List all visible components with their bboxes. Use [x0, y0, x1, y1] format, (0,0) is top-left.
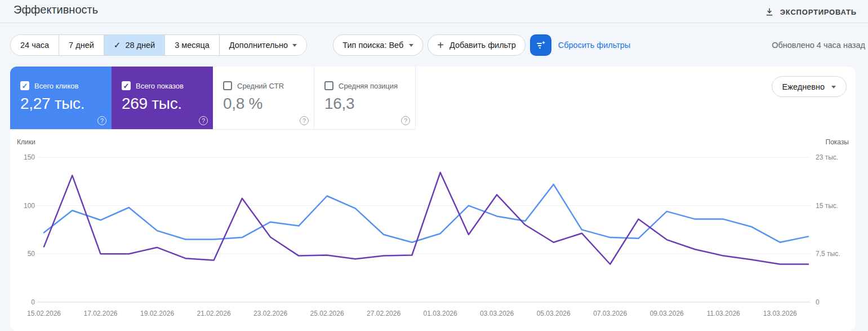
svg-text:23.02.2026: 23.02.2026 — [253, 310, 287, 317]
metric-card-total-impressions[interactable]: ✓ Всего показов 269 тыс. ? — [112, 67, 213, 130]
svg-text:Клики: Клики — [17, 138, 35, 146]
plus-icon: + — [437, 39, 444, 51]
svg-text:Показы: Показы — [826, 138, 849, 146]
help-icon[interactable]: ? — [199, 116, 208, 125]
svg-text:25.02.2026: 25.02.2026 — [310, 310, 344, 317]
header-divider — [0, 23, 868, 23]
export-button[interactable]: ЭКСПОРТИРОВАТЬ — [758, 3, 863, 20]
granularity-dropdown[interactable]: Ежедневно — [772, 76, 847, 97]
chart-area: 00507,5 тыс.10015 тыс.15023 тыс.КликиПок… — [10, 130, 856, 331]
performance-page: Эффективность ЭКСПОРТИРОВАТЬ ✓24 часа ✓7… — [0, 0, 868, 331]
metric-label: Средний CTR — [237, 82, 284, 90]
svg-text:01.03.2026: 01.03.2026 — [424, 310, 457, 317]
add-filter-label: Добавить фильтр — [449, 41, 516, 50]
chevron-down-icon — [831, 86, 836, 89]
tab-label: 28 дней — [125, 41, 155, 50]
granularity-label: Ежедневно — [782, 82, 825, 91]
metric-card-average-ctr[interactable]: Средний CTR 0,8 % ? — [213, 67, 314, 130]
svg-text:50: 50 — [28, 250, 35, 258]
updated-status: Обновлено 4 часа назад — [772, 41, 865, 50]
search-type-dropdown[interactable]: Тип поиска: Веб — [333, 34, 423, 56]
filter-settings-button[interactable] — [530, 34, 551, 56]
svg-text:07.03.2026: 07.03.2026 — [593, 310, 627, 317]
chevron-down-icon — [409, 44, 413, 47]
help-icon[interactable]: ? — [300, 116, 309, 125]
tab-7-days[interactable]: ✓7 дней — [59, 35, 104, 55]
metric-label: Всего показов — [136, 82, 184, 90]
tab-28-days[interactable]: ✓28 дней — [104, 35, 164, 55]
svg-text:13.03.2026: 13.03.2026 — [763, 310, 797, 317]
tab-24-hours[interactable]: ✓24 часа — [11, 35, 59, 55]
export-label: ЭКСПОРТИРОВАТЬ — [780, 8, 857, 16]
help-icon[interactable]: ? — [97, 116, 106, 125]
tab-label: 3 месяца — [175, 41, 210, 50]
svg-text:15 тыс.: 15 тыс. — [816, 202, 838, 210]
svg-text:05.03.2026: 05.03.2026 — [537, 310, 571, 317]
performance-panel: ✓ Всего кликов 2,27 тыс. ? ✓ Всего показ… — [10, 67, 856, 331]
tab-label: 24 часа — [20, 41, 49, 50]
metric-value: 16,3 — [324, 95, 407, 113]
metric-checkbox[interactable] — [223, 81, 232, 90]
tab-label: Дополнительно — [229, 41, 288, 50]
tab-3-months[interactable]: ✓3 месяца — [164, 35, 219, 55]
metric-value: 2,27 тыс. — [20, 95, 104, 113]
chevron-down-icon — [292, 44, 297, 47]
download-icon — [764, 7, 774, 17]
filter-toolbar: ✓24 часа ✓7 дней ✓28 дней ✓3 месяца Допо… — [10, 34, 865, 56]
search-type-label: Тип поиска: Веб — [342, 41, 403, 50]
metric-card-average-position[interactable]: Средняя позиция 16,3 ? — [314, 67, 416, 130]
svg-text:150: 150 — [24, 153, 35, 161]
metric-checkbox[interactable]: ✓ — [122, 81, 131, 90]
svg-text:21.02.2026: 21.02.2026 — [197, 310, 231, 317]
svg-text:23 тыс.: 23 тыс. — [816, 153, 838, 161]
metric-value: 0,8 % — [223, 95, 306, 113]
date-range-tabs: ✓24 часа ✓7 дней ✓28 дней ✓3 месяца Допо… — [10, 34, 307, 56]
metric-label: Всего кликов — [34, 82, 78, 90]
metric-checkbox[interactable]: ✓ — [20, 81, 29, 90]
checkmark-icon: ✓ — [114, 40, 121, 50]
svg-text:100: 100 — [24, 202, 35, 210]
metric-value: 269 тыс. — [122, 95, 205, 113]
reset-filters-link[interactable]: Сбросить фильтры — [558, 41, 631, 50]
svg-text:7,5 тыс.: 7,5 тыс. — [816, 250, 840, 258]
svg-text:17.02.2026: 17.02.2026 — [83, 310, 117, 317]
performance-chart[interactable]: 00507,5 тыс.10015 тыс.15023 тыс.КликиПок… — [10, 130, 856, 331]
add-filter-button[interactable]: + Добавить фильтр — [428, 34, 525, 56]
svg-text:0: 0 — [816, 298, 820, 306]
svg-text:0: 0 — [31, 298, 35, 306]
metric-label: Средняя позиция — [339, 82, 398, 90]
metric-card-total-clicks[interactable]: ✓ Всего кликов 2,27 тыс. ? — [10, 67, 112, 130]
svg-text:27.02.2026: 27.02.2026 — [367, 310, 400, 317]
svg-text:03.03.2026: 03.03.2026 — [480, 310, 514, 317]
svg-text:11.03.2026: 11.03.2026 — [707, 310, 740, 317]
metric-checkbox[interactable] — [324, 81, 333, 90]
tab-label: 7 дней — [69, 41, 94, 50]
svg-text:19.02.2026: 19.02.2026 — [140, 310, 174, 317]
svg-text:09.03.2026: 09.03.2026 — [650, 310, 684, 317]
metric-cards: ✓ Всего кликов 2,27 тыс. ? ✓ Всего показ… — [10, 67, 416, 130]
page-title: Эффективность — [14, 3, 98, 16]
svg-text:15.02.2026: 15.02.2026 — [27, 310, 61, 317]
tab-more-dates[interactable]: Дополнительно — [219, 35, 306, 55]
help-icon[interactable]: ? — [401, 116, 410, 125]
filter-sparkle-icon — [535, 39, 546, 51]
